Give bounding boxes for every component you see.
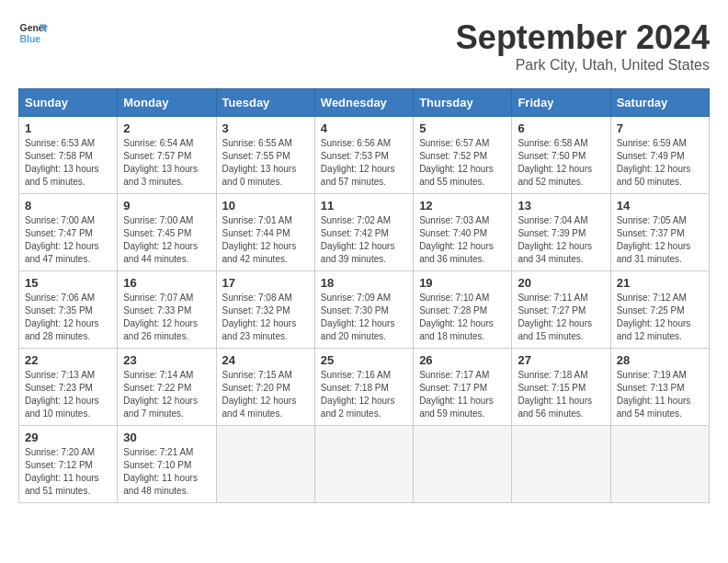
day-number: 30 <box>123 431 210 444</box>
day-number: 6 <box>518 121 604 135</box>
day-number: 7 <box>617 121 703 135</box>
day-number: 23 <box>123 353 210 367</box>
calendar-cell: 8Sunrise: 7:00 AM Sunset: 7:47 PM Daylig… <box>19 194 118 271</box>
header-row: SundayMondayTuesdayWednesdayThursdayFrid… <box>19 89 710 117</box>
day-info: Sunrise: 7:04 AM Sunset: 7:39 PM Dayligh… <box>518 214 604 266</box>
calendar-cell: 11Sunrise: 7:02 AM Sunset: 7:42 PM Dayli… <box>314 194 413 271</box>
day-info: Sunrise: 6:56 AM Sunset: 7:53 PM Dayligh… <box>321 137 407 189</box>
calendar-week-1: 1Sunrise: 6:53 AM Sunset: 7:58 PM Daylig… <box>19 117 710 194</box>
calendar-cell: 18Sunrise: 7:09 AM Sunset: 7:30 PM Dayli… <box>314 271 413 349</box>
day-info: Sunrise: 7:17 AM Sunset: 7:17 PM Dayligh… <box>419 369 506 420</box>
calendar-week-5: 29Sunrise: 7:20 AM Sunset: 7:12 PM Dayli… <box>19 426 710 503</box>
day-info: Sunrise: 7:03 AM Sunset: 7:40 PM Dayligh… <box>419 214 506 266</box>
day-info: Sunrise: 7:02 AM Sunset: 7:42 PM Dayligh… <box>321 214 407 266</box>
calendar-cell <box>314 426 413 503</box>
calendar-week-4: 22Sunrise: 7:13 AM Sunset: 7:23 PM Dayli… <box>19 349 710 426</box>
location: Park City, Utah, United States <box>456 57 710 74</box>
day-number: 1 <box>25 121 111 135</box>
calendar-cell: 19Sunrise: 7:10 AM Sunset: 7:28 PM Dayli… <box>414 271 512 349</box>
day-info: Sunrise: 7:18 AM Sunset: 7:15 PM Dayligh… <box>518 369 604 420</box>
calendar-cell: 27Sunrise: 7:18 AM Sunset: 7:15 PM Dayli… <box>512 349 610 426</box>
calendar-cell: 4Sunrise: 6:56 AM Sunset: 7:53 PM Daylig… <box>314 117 413 194</box>
day-number: 18 <box>321 276 407 290</box>
calendar-week-3: 15Sunrise: 7:06 AM Sunset: 7:35 PM Dayli… <box>19 271 710 349</box>
day-info: Sunrise: 7:15 AM Sunset: 7:20 PM Dayligh… <box>222 369 309 420</box>
day-number: 21 <box>617 276 703 290</box>
day-number: 22 <box>25 353 111 367</box>
day-number: 4 <box>321 121 407 135</box>
header-tuesday: Tuesday <box>216 89 314 117</box>
month-title: September 2024 <box>456 18 710 57</box>
header-thursday: Thursday <box>414 89 512 117</box>
day-info: Sunrise: 7:01 AM Sunset: 7:44 PM Dayligh… <box>222 214 309 266</box>
day-info: Sunrise: 7:05 AM Sunset: 7:37 PM Dayligh… <box>617 214 703 266</box>
day-number: 8 <box>25 199 111 213</box>
calendar-cell: 30Sunrise: 7:21 AM Sunset: 7:10 PM Dayli… <box>118 426 216 503</box>
calendar-cell: 28Sunrise: 7:19 AM Sunset: 7:13 PM Dayli… <box>610 349 709 426</box>
day-info: Sunrise: 7:13 AM Sunset: 7:23 PM Dayligh… <box>25 369 111 420</box>
calendar-cell: 16Sunrise: 7:07 AM Sunset: 7:33 PM Dayli… <box>118 271 216 349</box>
day-info: Sunrise: 7:08 AM Sunset: 7:32 PM Dayligh… <box>222 292 309 343</box>
calendar-cell <box>512 426 610 503</box>
calendar-cell: 22Sunrise: 7:13 AM Sunset: 7:23 PM Dayli… <box>19 349 118 426</box>
calendar-cell <box>216 426 314 503</box>
calendar-cell: 25Sunrise: 7:16 AM Sunset: 7:18 PM Dayli… <box>314 349 413 426</box>
day-number: 16 <box>123 276 210 290</box>
calendar-cell: 23Sunrise: 7:14 AM Sunset: 7:22 PM Dayli… <box>118 349 216 426</box>
calendar-cell: 1Sunrise: 6:53 AM Sunset: 7:58 PM Daylig… <box>19 117 118 194</box>
day-number: 17 <box>222 276 309 290</box>
header-monday: Monday <box>118 89 216 117</box>
calendar-cell: 24Sunrise: 7:15 AM Sunset: 7:20 PM Dayli… <box>216 349 314 426</box>
day-info: Sunrise: 6:59 AM Sunset: 7:49 PM Dayligh… <box>617 137 703 189</box>
day-number: 19 <box>419 276 506 290</box>
logo: General Blue <box>18 18 48 48</box>
day-info: Sunrise: 7:21 AM Sunset: 7:10 PM Dayligh… <box>123 446 210 498</box>
day-number: 13 <box>518 199 604 213</box>
day-info: Sunrise: 6:53 AM Sunset: 7:58 PM Dayligh… <box>25 137 111 189</box>
day-number: 9 <box>123 199 210 213</box>
svg-text:Blue: Blue <box>20 34 41 44</box>
day-info: Sunrise: 7:06 AM Sunset: 7:35 PM Dayligh… <box>25 292 111 343</box>
day-info: Sunrise: 7:10 AM Sunset: 7:28 PM Dayligh… <box>419 292 506 343</box>
page-header: General Blue September 2024 Park City, U… <box>18 18 710 74</box>
calendar-cell: 2Sunrise: 6:54 AM Sunset: 7:57 PM Daylig… <box>118 117 216 194</box>
header-friday: Friday <box>512 89 610 117</box>
calendar-cell: 6Sunrise: 6:58 AM Sunset: 7:50 PM Daylig… <box>512 117 610 194</box>
calendar-cell: 20Sunrise: 7:11 AM Sunset: 7:27 PM Dayli… <box>512 271 610 349</box>
day-info: Sunrise: 7:11 AM Sunset: 7:27 PM Dayligh… <box>518 292 604 343</box>
day-info: Sunrise: 6:57 AM Sunset: 7:52 PM Dayligh… <box>419 137 506 189</box>
logo-icon: General Blue <box>18 18 48 48</box>
calendar-cell: 26Sunrise: 7:17 AM Sunset: 7:17 PM Dayli… <box>414 349 512 426</box>
day-number: 29 <box>25 431 111 444</box>
day-info: Sunrise: 7:12 AM Sunset: 7:25 PM Dayligh… <box>617 292 703 343</box>
day-info: Sunrise: 7:14 AM Sunset: 7:22 PM Dayligh… <box>123 369 210 420</box>
calendar-cell: 5Sunrise: 6:57 AM Sunset: 7:52 PM Daylig… <box>414 117 512 194</box>
day-number: 24 <box>222 353 309 367</box>
day-info: Sunrise: 7:20 AM Sunset: 7:12 PM Dayligh… <box>25 446 111 498</box>
calendar-cell: 17Sunrise: 7:08 AM Sunset: 7:32 PM Dayli… <box>216 271 314 349</box>
day-info: Sunrise: 6:54 AM Sunset: 7:57 PM Dayligh… <box>123 137 210 189</box>
day-info: Sunrise: 7:00 AM Sunset: 7:47 PM Dayligh… <box>25 214 111 266</box>
day-info: Sunrise: 7:16 AM Sunset: 7:18 PM Dayligh… <box>321 369 407 420</box>
calendar-cell: 9Sunrise: 7:00 AM Sunset: 7:45 PM Daylig… <box>118 194 216 271</box>
calendar-cell: 13Sunrise: 7:04 AM Sunset: 7:39 PM Dayli… <box>512 194 610 271</box>
day-number: 27 <box>518 353 604 367</box>
header-wednesday: Wednesday <box>314 89 413 117</box>
calendar-cell: 29Sunrise: 7:20 AM Sunset: 7:12 PM Dayli… <box>19 426 118 503</box>
day-number: 28 <box>617 353 703 367</box>
calendar-cell: 14Sunrise: 7:05 AM Sunset: 7:37 PM Dayli… <box>610 194 709 271</box>
day-number: 11 <box>321 199 407 213</box>
day-info: Sunrise: 6:55 AM Sunset: 7:55 PM Dayligh… <box>222 137 309 189</box>
calendar-cell <box>414 426 512 503</box>
day-info: Sunrise: 7:19 AM Sunset: 7:13 PM Dayligh… <box>617 369 703 420</box>
calendar-week-2: 8Sunrise: 7:00 AM Sunset: 7:47 PM Daylig… <box>19 194 710 271</box>
day-info: Sunrise: 6:58 AM Sunset: 7:50 PM Dayligh… <box>518 137 604 189</box>
calendar-cell: 15Sunrise: 7:06 AM Sunset: 7:35 PM Dayli… <box>19 271 118 349</box>
day-number: 26 <box>419 353 506 367</box>
day-number: 5 <box>419 121 506 135</box>
title-section: September 2024 Park City, Utah, United S… <box>456 18 710 74</box>
day-number: 14 <box>617 199 703 213</box>
calendar-cell: 12Sunrise: 7:03 AM Sunset: 7:40 PM Dayli… <box>414 194 512 271</box>
header-sunday: Sunday <box>19 89 118 117</box>
day-number: 10 <box>222 199 309 213</box>
